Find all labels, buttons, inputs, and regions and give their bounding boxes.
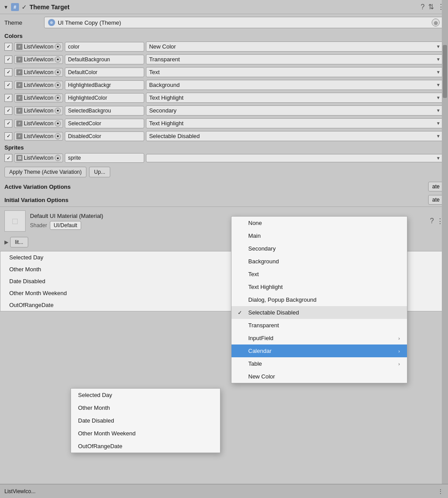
color-check-2[interactable]: ✓ — [4, 68, 12, 76]
color-listview-label-4: ListViewIcon — [24, 95, 53, 101]
dropdown-item-8[interactable]: Transparent — [231, 319, 407, 332]
material-help-icon[interactable]: ? — [430, 217, 434, 225]
dropdown-item-9[interactable]: InputField› — [231, 332, 407, 344]
sprite-check[interactable]: ✓ — [4, 154, 12, 162]
calendar-submenu-item-2[interactable]: Date Disabled — [71, 414, 220, 427]
color-icon-box-5: # ListViewIcon ● — [14, 106, 63, 115]
color-dropdown-text-2: Text — [149, 69, 436, 75]
edit-button[interactable]: lit... — [10, 237, 28, 247]
color-icon-box-3: # ListViewIcon ● — [14, 81, 63, 90]
color-dropdown-0[interactable]: New Color ▼ — [146, 41, 444, 52]
dropdown-item-label-12: New Color — [248, 373, 275, 380]
color-dropdown-text-6: Text Highlight — [149, 120, 436, 127]
color-dropdown-7[interactable]: Selectable Disabled ▼ — [146, 131, 444, 141]
color-check-3[interactable]: ✓ — [4, 81, 12, 89]
color-dropdown-arrow-icon-1: ▼ — [436, 57, 441, 62]
dropdown-item-4[interactable]: Text — [231, 268, 407, 281]
initial-variation-btn[interactable]: ate — [428, 195, 444, 205]
color-dropdown-5[interactable]: Secondary ▼ — [146, 105, 444, 116]
color-dropdown-4[interactable]: Text Highlight ▼ — [146, 93, 444, 103]
color-row: ✓ # ListViewIcon ● color New Color ▼ — [0, 40, 448, 53]
color-icon-box-4: # ListViewIcon ● — [14, 94, 63, 102]
sprite-row: ✓ 🖼 ListViewIcon ● sprite ▼ — [0, 152, 448, 164]
color-img-icon-0: # — [16, 44, 22, 50]
calendar-submenu-label-3: Other Month Weekend — [78, 430, 136, 437]
dropdown-item-12[interactable]: New Color — [231, 370, 407, 383]
dropdown-item-label-3: Background — [248, 258, 279, 265]
bottom-bar-label: ListViewIco... — [4, 488, 433, 494]
settings-icon[interactable]: ⇅ — [428, 3, 434, 11]
buttons-row: Apply Theme (Active Variation) Up... — [0, 164, 448, 180]
calendar-submenu-label-2: Date Disabled — [78, 417, 114, 424]
sprites-section-label: Sprites — [0, 142, 448, 152]
dropdown-item-11[interactable]: Table› — [231, 357, 407, 370]
color-img-icon-6: # — [16, 120, 22, 127]
color-dot-btn-1[interactable]: ● — [55, 56, 61, 63]
active-variation-btn[interactable]: ate — [428, 182, 444, 191]
color-img-icon-1: # — [16, 56, 22, 63]
color-dot-btn-5[interactable]: ● — [55, 108, 61, 114]
calendar-submenu-item-0[interactable]: Selected Day — [71, 389, 220, 401]
color-row: ✓ # ListViewIcon ● SelectedBackgrou Seco… — [0, 104, 448, 117]
calendar-submenu-item-1[interactable]: Other Month — [71, 401, 220, 414]
update-button[interactable]: Up... — [89, 167, 110, 177]
dropdown-item-0[interactable]: None — [231, 217, 407, 229]
theme-target-btn[interactable]: ◎ — [432, 19, 440, 26]
dropdown-item-10[interactable]: Calendar› — [231, 344, 407, 357]
bottom-bar-menu-icon[interactable]: ⋮ — [437, 488, 444, 495]
sprite-listview-label: ListViewIcon — [24, 155, 53, 161]
color-check-4[interactable]: ✓ — [4, 94, 12, 102]
sprite-dot-btn[interactable]: ● — [55, 155, 61, 161]
color-dot-btn-0[interactable]: ● — [55, 44, 61, 50]
theme-field[interactable]: ⊕ UI Theme Copy (Theme) ◎ — [44, 17, 444, 28]
color-dropdown-arrow-icon-0: ▼ — [436, 44, 441, 49]
color-dot-btn-2[interactable]: ● — [55, 69, 61, 75]
color-dropdown-2[interactable]: Text ▼ — [146, 67, 444, 77]
color-field-0: color — [65, 42, 144, 52]
calendar-submenu: Selected DayOther MonthDate DisabledOthe… — [71, 388, 220, 453]
color-dot-btn-6[interactable]: ● — [55, 120, 61, 127]
color-row: ✓ # ListViewIcon ● HighlightedColor Text… — [0, 91, 448, 104]
dropdown-item-label-2: Secondary — [248, 245, 276, 252]
help-icon[interactable]: ? — [421, 3, 425, 11]
color-dropdown-text-4: Text Highlight — [149, 94, 436, 101]
scrollbar-track[interactable] — [442, 0, 448, 498]
color-listview-label-7: ListViewIcon — [24, 133, 53, 139]
shader-value: UI/Default — [50, 221, 81, 230]
dropdown-item-1[interactable]: Main — [231, 229, 407, 242]
color-listview-label-6: ListViewIcon — [24, 120, 53, 127]
sprite-dropdown[interactable]: ▼ — [146, 154, 444, 162]
color-dropdown-1[interactable]: Transparent ▼ — [146, 54, 444, 64]
color-check-0[interactable]: ✓ — [4, 43, 12, 51]
dropdown-item-5[interactable]: Text Highlight — [231, 281, 407, 293]
color-check-5[interactable]: ✓ — [4, 107, 12, 115]
color-img-icon-2: # — [16, 69, 22, 75]
collapse-arrow-icon[interactable]: ▼ — [4, 4, 8, 10]
dropdown-item-label-7: Selectable Disabled — [248, 309, 299, 316]
color-check-1[interactable]: ✓ — [4, 56, 12, 64]
color-dropdown-arrow-icon-6: ▼ — [436, 121, 441, 126]
dropdown-item-3[interactable]: Background — [231, 255, 407, 268]
sub-arrow-icon-9: › — [398, 336, 400, 341]
color-dot-btn-4[interactable]: ● — [55, 95, 61, 101]
scrollbar-thumb[interactable] — [443, 45, 447, 98]
sprite-dropdown-arrow-icon: ▼ — [436, 156, 441, 161]
dropdown-item-6[interactable]: Dialog, Popup Background — [231, 293, 407, 306]
color-check-7[interactable]: ✓ — [4, 132, 12, 140]
apply-theme-button[interactable]: Apply Theme (Active Variation) — [4, 167, 86, 177]
active-check-icon[interactable]: ✓ — [22, 4, 27, 11]
color-check-6[interactable]: ✓ — [4, 120, 12, 127]
calendar-submenu-item-4[interactable]: OutOfRangeDate — [71, 440, 220, 453]
calendar-submenu-item-3[interactable]: Other Month Weekend — [71, 427, 220, 440]
expand-arrow-icon[interactable]: ▶ — [4, 239, 8, 245]
color-dot-btn-7[interactable]: ● — [55, 133, 61, 139]
dropdown-item-7[interactable]: Selectable Disabled — [231, 306, 407, 319]
dropdown-item-label-9: InputField — [248, 335, 273, 341]
calendar-submenu-label-0: Selected Day — [78, 392, 112, 398]
color-dot-btn-3[interactable]: ● — [55, 82, 61, 88]
header-icons: ? ⇅ ⋮ — [421, 3, 444, 11]
color-dropdown-3[interactable]: Background ▼ — [146, 80, 444, 90]
color-dropdown-6[interactable]: Text Highlight ▼ — [146, 118, 444, 128]
color-dropdown-arrow-icon-7: ▼ — [436, 134, 441, 139]
dropdown-item-2[interactable]: Secondary — [231, 242, 407, 255]
